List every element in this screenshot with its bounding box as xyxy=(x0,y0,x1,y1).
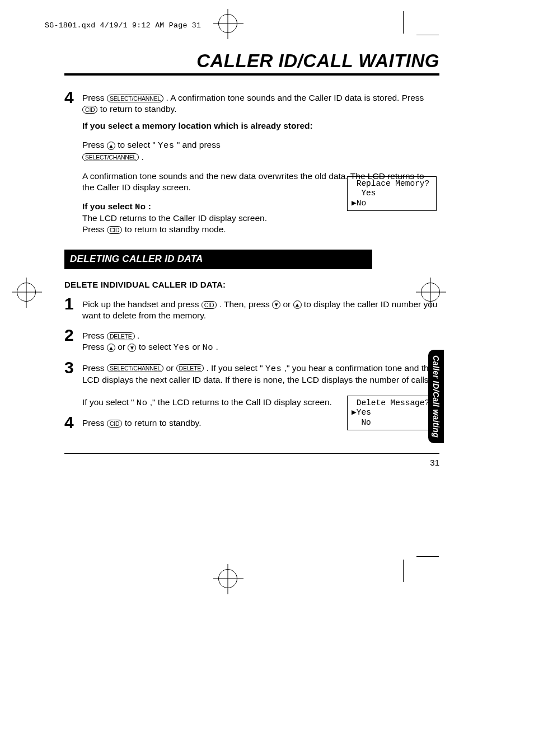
page-footer: 31 xyxy=(64,453,439,468)
lcd-delete-message: Delete Message? ▶Yes No xyxy=(347,396,437,430)
step-number: 2 xyxy=(64,327,82,353)
step-text: Press DELETE . Press ▲ or ▼ to select Ye… xyxy=(82,327,439,353)
step-number: 4 xyxy=(64,414,82,431)
delete-button-icon: DELETE xyxy=(176,364,204,372)
cid-button-icon: CID xyxy=(82,106,97,114)
text: . xyxy=(141,152,143,162)
text: or xyxy=(118,342,128,351)
lcd-line: No xyxy=(352,418,371,427)
cid-button-icon: CID xyxy=(107,420,122,428)
select-yes-paragraph: Press ▲ to select " Yes " and press SELE… xyxy=(64,139,271,162)
down-arrow-icon: ▼ xyxy=(272,300,280,309)
delete-step-2: 2 Press DELETE . Press ▲ or ▼ to select … xyxy=(64,327,439,353)
text: Press xyxy=(82,93,107,102)
text: . xyxy=(216,342,218,351)
text: " and press xyxy=(177,140,221,149)
select-channel-button-icon: SELECT/CHANNEL xyxy=(107,364,163,372)
crop-mark xyxy=(403,11,404,34)
text: If you select xyxy=(82,201,135,211)
lcd-no-text: No xyxy=(135,202,146,212)
registration-mark-left xyxy=(17,283,36,302)
text: Press xyxy=(82,363,107,373)
step-number: 4 xyxy=(64,89,82,115)
lcd-line: Yes xyxy=(352,189,376,198)
text: : xyxy=(148,201,151,211)
step-4-store: 4 Press SELECT/CHANNEL . A confirmation … xyxy=(64,89,439,115)
text: Press xyxy=(82,331,107,340)
lcd-yes-text: Yes xyxy=(174,342,190,353)
step-text: Pick up the handset and press CID . Then… xyxy=(82,295,439,321)
select-no-para-2: Press CID to return to standby mode. xyxy=(64,224,439,235)
section-tab: Caller ID/Call waiting xyxy=(428,350,444,443)
text: . A confirmation tone sounds and the Cal… xyxy=(166,93,424,102)
text: to return to standby. xyxy=(125,418,202,428)
registration-mark-bottom xyxy=(218,569,237,588)
crop-mark xyxy=(416,556,439,557)
step-text: Press SELECT/CHANNEL . A confirmation to… xyxy=(82,89,439,115)
page-content: CALLER ID/CALL WAITING 4 Press SELECT/CH… xyxy=(64,34,439,554)
text: Press xyxy=(82,418,107,428)
step-number: 3 xyxy=(64,359,82,409)
up-arrow-icon: ▲ xyxy=(293,300,302,309)
cid-button-icon: CID xyxy=(107,226,122,234)
step-number: 1 xyxy=(64,295,82,321)
select-no-para-1: The LCD returns to the Caller ID display… xyxy=(64,213,439,224)
delete-step-1: 1 Pick up the handset and press CID . Th… xyxy=(64,295,439,321)
text: . If you select " xyxy=(206,363,265,373)
up-arrow-icon: ▲ xyxy=(107,344,115,352)
select-channel-button-icon: SELECT/CHANNEL xyxy=(107,95,163,102)
select-channel-button-icon: SELECT/CHANNEL xyxy=(82,153,139,161)
lcd-no-text: No xyxy=(203,342,214,353)
text: . xyxy=(137,331,139,340)
delete-individual-subhead: DELETE INDIVIDUAL CALLER ID DATA: xyxy=(64,279,439,290)
lcd-replace-memory: Replace Memory? Yes ▶No xyxy=(347,176,437,211)
text: to return to standby. xyxy=(100,104,177,114)
text: If you select " xyxy=(82,397,137,407)
page-number: 31 xyxy=(430,458,439,467)
down-arrow-icon: ▼ xyxy=(128,344,136,352)
memory-location-heading: If you select a memory location which is… xyxy=(64,120,439,132)
text: to return to standby mode. xyxy=(125,224,226,234)
delete-button-icon: DELETE xyxy=(107,332,135,340)
text: Press xyxy=(82,224,107,234)
text: or xyxy=(192,342,202,351)
text: ," the LCD returns to the Call ID displa… xyxy=(150,397,332,407)
crop-mark xyxy=(403,560,404,582)
lcd-line: Replace Memory? xyxy=(352,179,429,188)
lcd-line: Delete Message? xyxy=(352,398,429,407)
print-job-header: SG-1801.qxd 4/19/1 9:12 AM Page 31 xyxy=(45,21,201,30)
chapter-title: CALLER ID/CALL WAITING xyxy=(64,50,439,76)
up-arrow-icon: ▲ xyxy=(107,142,115,150)
lcd-yes-text: Yes xyxy=(158,140,174,151)
text: Pick up the handset and press xyxy=(82,299,202,309)
lcd-line: ▶Yes xyxy=(352,408,371,417)
lcd-yes-text: Yes xyxy=(265,364,282,374)
text: or xyxy=(283,299,293,309)
section-heading-bar: DELETING CALLER ID DATA xyxy=(64,250,372,269)
text: Press xyxy=(82,140,107,149)
text: to select " xyxy=(118,140,158,149)
text: or xyxy=(166,363,176,373)
lcd-line: ▶No xyxy=(352,199,366,208)
text: . Then, press xyxy=(219,299,272,309)
registration-mark-top xyxy=(218,14,237,33)
text: to select xyxy=(139,342,174,351)
cid-button-icon: CID xyxy=(202,301,217,309)
text: Press xyxy=(82,342,107,351)
lcd-no-text: No xyxy=(137,398,148,408)
